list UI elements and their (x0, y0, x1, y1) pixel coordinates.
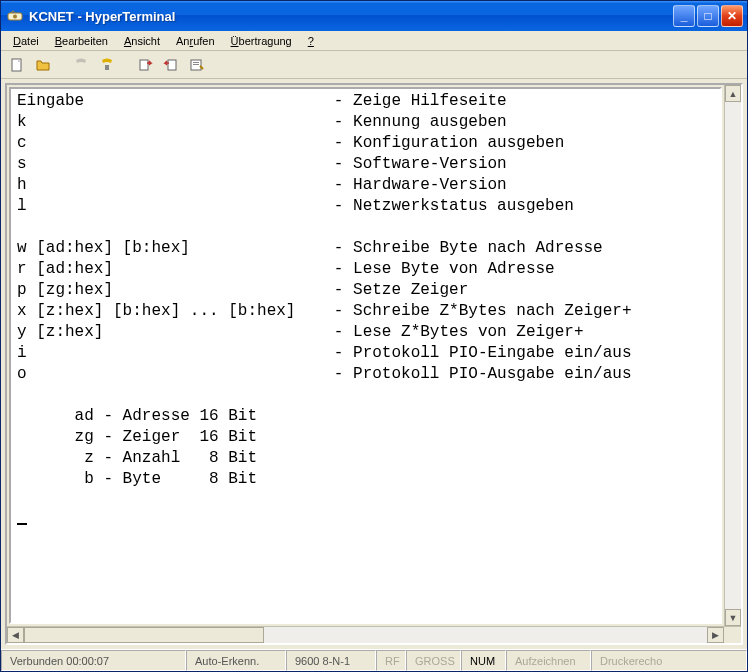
menubar: Datei Bearbeiten Ansicht Anrufen Übertra… (1, 31, 747, 51)
status-autodetect: Auto-Erkenn. (186, 650, 286, 671)
status-record: Aufzeichnen (506, 650, 591, 671)
menu-uebertragung[interactable]: Übertragung (223, 33, 300, 49)
new-icon[interactable] (7, 55, 27, 75)
menu-help[interactable]: ? (300, 33, 322, 49)
toolbar (1, 51, 747, 79)
content-frame: Eingabe - Zeige Hilfeseite k - Kennung a… (5, 83, 743, 645)
menu-datei[interactable]: Datei (5, 33, 47, 49)
minimize-button[interactable]: _ (673, 5, 695, 27)
phone-icon[interactable] (71, 55, 91, 75)
titlebar[interactable]: KCNET - HyperTerminal _ □ ✕ (1, 1, 747, 31)
hscroll-track[interactable] (24, 627, 707, 643)
status-num: NUM (461, 650, 506, 671)
svg-rect-4 (140, 60, 148, 70)
status-connected: Verbunden 00:00:07 (1, 650, 186, 671)
send-icon[interactable] (135, 55, 155, 75)
scroll-left-icon[interactable]: ◀ (7, 627, 24, 643)
maximize-button[interactable]: □ (697, 5, 719, 27)
svg-rect-7 (193, 62, 199, 63)
close-button[interactable]: ✕ (721, 5, 743, 27)
svg-rect-5 (168, 60, 176, 70)
vscroll-track[interactable] (725, 102, 741, 609)
menu-anrufen[interactable]: Anrufen (168, 33, 223, 49)
open-icon[interactable] (33, 55, 53, 75)
app-icon (7, 8, 23, 24)
receive-icon[interactable] (161, 55, 181, 75)
terminal-cursor (17, 523, 27, 525)
status-caps: GROSS (406, 650, 461, 671)
svg-rect-8 (193, 64, 199, 65)
statusbar: Verbunden 00:00:07 Auto-Erkenn. 9600 8-N… (1, 649, 747, 671)
status-rf: RF (376, 650, 406, 671)
svg-rect-3 (105, 65, 109, 70)
hangup-icon[interactable] (97, 55, 117, 75)
status-printecho: Druckerecho (591, 650, 747, 671)
scroll-corner (724, 627, 741, 643)
window-title: KCNET - HyperTerminal (29, 9, 673, 24)
vertical-scrollbar[interactable]: ▲ ▼ (724, 85, 741, 626)
hscroll-thumb[interactable] (24, 627, 264, 643)
menu-ansicht[interactable]: Ansicht (116, 33, 168, 49)
properties-icon[interactable] (187, 55, 207, 75)
scroll-right-icon[interactable]: ▶ (707, 627, 724, 643)
status-port: 9600 8-N-1 (286, 650, 376, 671)
menu-bearbeiten[interactable]: Bearbeiten (47, 33, 116, 49)
application-window: KCNET - HyperTerminal _ □ ✕ Datei Bearbe… (0, 0, 748, 672)
scroll-up-icon[interactable]: ▲ (725, 85, 741, 102)
svg-point-1 (13, 15, 17, 19)
terminal-output[interactable]: Eingabe - Zeige Hilfeseite k - Kennung a… (9, 87, 722, 624)
scroll-down-icon[interactable]: ▼ (725, 609, 741, 626)
horizontal-scrollbar[interactable]: ◀ ▶ (7, 626, 741, 643)
